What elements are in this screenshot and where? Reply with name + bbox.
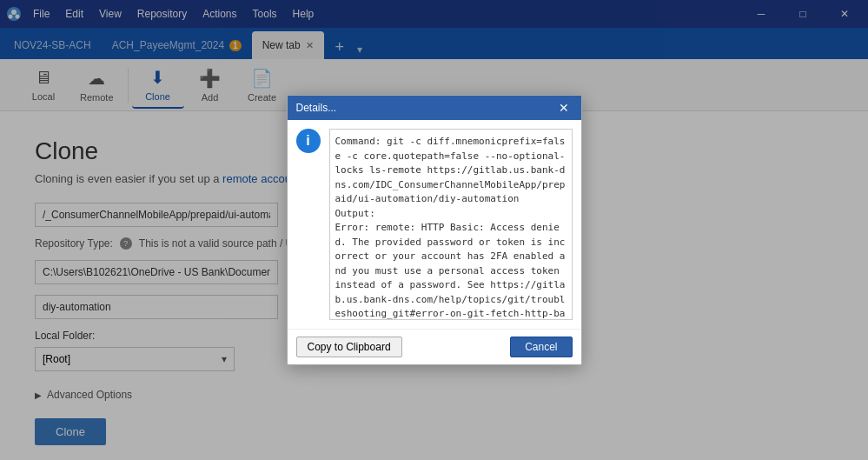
details-modal: Details... ✕ i Command: git -c diff.mnem…	[287, 95, 582, 365]
modal-overlay: Details... ✕ i Command: git -c diff.mnem…	[0, 0, 868, 460]
copy-to-clipboard-button[interactable]: Copy to Clipboard	[296, 337, 402, 357]
modal-footer: Copy to Clipboard Cancel	[288, 329, 581, 364]
modal-header: Details... ✕	[288, 96, 581, 120]
cancel-button[interactable]: Cancel	[510, 337, 572, 357]
modal-title: Details...	[296, 102, 337, 114]
modal-close-button[interactable]: ✕	[555, 101, 573, 115]
modal-body: i Command: git -c diff.mnemonicprefix=fa…	[288, 120, 581, 329]
modal-info-icon: i	[296, 129, 321, 153]
modal-text-content[interactable]: Command: git -c diff.mnemonicprefix=fals…	[329, 129, 573, 320]
